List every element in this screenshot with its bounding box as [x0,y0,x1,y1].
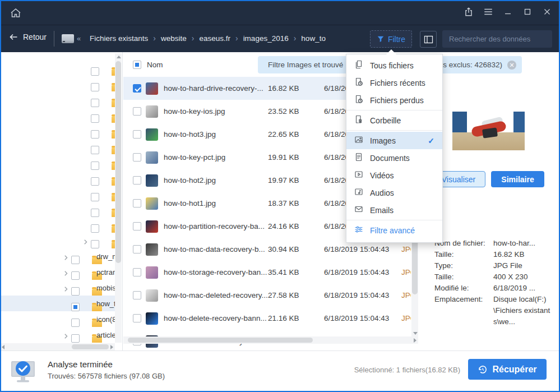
tree-item-2[interactable]: 2 [0,60,115,76]
menu-item-audios[interactable]: Audios [346,184,442,201]
select-all-checkbox[interactable] [133,61,141,69]
tree-item-checkbox[interactable] [91,240,99,248]
breadcrumb-collapse[interactable]: « [77,34,81,43]
tree-item-checkbox[interactable] [71,256,80,264]
email-icon [354,205,363,215]
row-checkbox[interactable] [133,176,141,185]
check-icon: ✓ [428,136,434,145]
tree-item-checkbox[interactable] [91,114,99,123]
menu-icon[interactable] [482,6,494,18]
row-checkbox[interactable] [133,153,141,162]
breadcrumb-item[interactable]: how_to [301,34,326,43]
tree-item-2[interactable]: 2 [0,217,115,233]
tree-item-checkbox[interactable] [91,83,99,91]
minimize-icon[interactable] [502,6,514,18]
recover-button[interactable]: Récupérer [468,359,547,380]
chevron-right-icon[interactable] [63,269,70,275]
close-icon[interactable] [541,6,553,18]
chevron-right-icon[interactable] [63,253,70,260]
table-row[interactable]: how-to-delete-recovery-bann...21.16 KB6/… [123,307,411,330]
tree-item-checkbox[interactable] [91,99,99,107]
visualiser-label: Visualiser [442,175,475,184]
menu-item-corbeille[interactable]: Corbeille [346,112,442,129]
menu-item-label: Documents [370,154,410,163]
tree-item-how_to[interactable]: how_to. [0,296,115,311]
menu-item-fichiers-perdus[interactable]: Fichiers perdus [346,91,442,109]
row-checkbox[interactable] [133,107,141,116]
tree-item-icon8[interactable]: icon(8) [0,311,115,327]
similaire-button[interactable]: Similaire [491,171,544,187]
tree-item-checkbox[interactable] [71,287,80,296]
breadcrumb-item[interactable]: website [161,34,187,43]
menu-item-fichiers-r-cents[interactable]: Fichiers récents [346,74,442,91]
tree-horizontal-scrollbar[interactable] [0,343,115,351]
tree-item-s[interactable]: s [0,76,115,91]
table-row[interactable]: how-to-storage-recovery-ban...35.41 KB6/… [123,261,411,284]
row-checkbox[interactable] [133,199,141,207]
menu-item-tous-fichiers[interactable]: Tous fichiers [346,57,442,74]
tree-item-2[interactable]: 2 [0,233,115,248]
tree-item-2[interactable]: 2 [0,186,115,201]
tree-item-drw_m[interactable]: drw_m.. [0,248,115,264]
search-box[interactable] [442,30,552,48]
maximize-icon[interactable] [521,6,534,18]
row-checkbox[interactable] [133,84,141,93]
tree-item-checkbox[interactable] [91,177,99,186]
breadcrumb-item[interactable]: easeus.fr [199,34,230,43]
filter-button[interactable]: Filtre [370,30,412,48]
tree-item-checkbox[interactable] [91,193,99,201]
tree-item-article[interactable]: article(... [0,327,115,343]
row-checkbox[interactable] [133,291,141,299]
breadcrumb-item[interactable]: Fichiers existants [90,34,148,43]
tree-item-checkbox[interactable] [71,334,80,343]
banner-close-icon[interactable]: ✕ [507,61,516,70]
tree-item-2[interactable]: 2 [0,91,115,107]
tree-item-checkbox[interactable] [91,67,99,76]
tree-item-2[interactable]: 2 [0,139,115,154]
tree-vertical-scrollbar[interactable] [115,53,122,343]
tree-item-checkbox[interactable] [91,209,99,217]
tree-item-a[interactable]: a [0,107,115,123]
table-row[interactable]: how-to-mac-deleted-recovery...27.58 KB6/… [123,284,411,307]
tree-item-checkbox[interactable] [91,224,99,233]
search-input[interactable] [449,35,548,43]
detail-label: Modifié le: [434,283,493,294]
breadcrumb-item[interactable]: images_2016 [243,34,289,43]
preview-panel-toggle-button[interactable] [420,31,437,48]
tree-item-checkbox[interactable] [71,319,80,327]
tree-item-mobisa[interactable]: mobisa [0,280,115,296]
tree-item-2[interactable]: 2 [0,201,115,217]
name-column-header[interactable]: Nom [147,61,163,69]
chevron-right-icon[interactable] [63,331,70,338]
tree-item-checkbox[interactable] [91,146,99,154]
list-horizontal-scrollbar[interactable] [123,336,418,344]
share-icon[interactable] [462,6,475,18]
row-checkbox[interactable] [133,222,141,230]
chevron-right-icon[interactable] [82,237,89,244]
tree-item-pctrans[interactable]: pctrans [0,264,115,280]
file-date: 6/18/2019 15:04:43 [324,245,400,253]
file-size: 22.65 KB [268,130,316,139]
tree-item-checkbox[interactable] [91,130,99,139]
tree-item-e[interactable]: e [0,123,115,139]
chevron-right-icon[interactable] [63,284,70,291]
menu-item-emails[interactable]: Emails [346,201,442,219]
menu-item-filtre-avanc-[interactable]: Filtre avancé [346,222,442,239]
back-button[interactable]: Retour [9,33,47,41]
navigation-bar: Retour « Fichiers existants›website›ease… [0,25,560,52]
menu-item-images[interactable]: Images✓ [346,132,442,149]
tree-item-checkbox[interactable] [71,303,80,311]
row-checkbox[interactable] [133,245,141,253]
tree-item-v[interactable]: v [0,154,115,170]
file-thumbnail [146,128,158,141]
menu-item-documents[interactable]: Documents [346,149,442,167]
file-type: JPG File [401,314,411,322]
home-icon[interactable] [9,6,22,20]
tree-item-checkbox[interactable] [71,271,80,280]
menu-item-vid-os[interactable]: Vidéos [346,167,442,184]
row-checkbox[interactable] [133,268,141,276]
row-checkbox[interactable] [133,314,141,322]
tree-item-checkbox[interactable] [91,162,99,170]
tree-item-2[interactable]: 2 [0,170,115,186]
row-checkbox[interactable] [133,130,141,139]
